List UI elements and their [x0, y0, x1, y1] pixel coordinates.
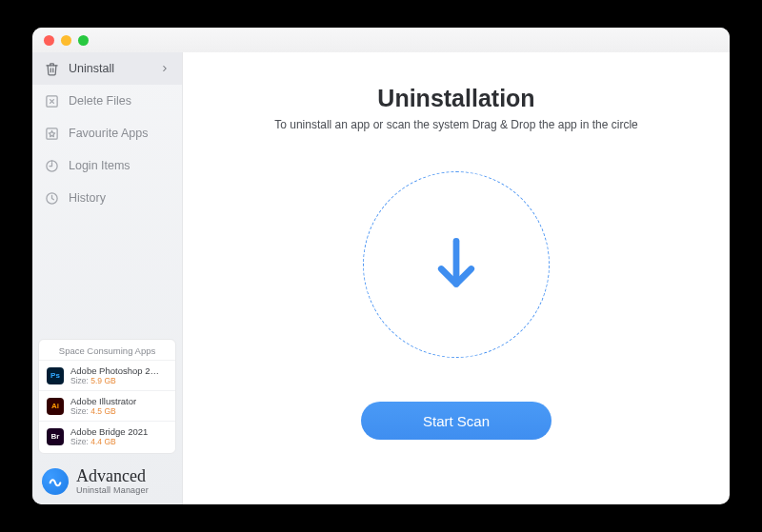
app-name: Adobe Bridge 2021 [70, 426, 148, 437]
app-window: Uninstall Delete Files Favourite Apps [32, 28, 730, 504]
space-card-title: Space Consuming Apps [39, 345, 175, 360]
app-size: Size: 5.9 GB [70, 376, 159, 385]
brand-footer: Advanced Uninstall Manager [32, 460, 182, 504]
sidebar-spacer [32, 214, 182, 333]
sidebar: Uninstall Delete Files Favourite Apps [32, 52, 183, 504]
sidebar-item-label: Favourite Apps [69, 127, 148, 140]
close-window-button[interactable] [44, 35, 54, 46]
app-size: Size: 4.5 GB [70, 406, 136, 416]
app-icon-illustrator: Ai [47, 398, 64, 415]
svg-marker-4 [49, 130, 54, 136]
fullscreen-window-button[interactable] [78, 35, 89, 46]
start-scan-button[interactable]: Start Scan [361, 402, 551, 440]
brand-title: Advanced [76, 467, 149, 484]
svg-rect-3 [46, 128, 56, 138]
space-consuming-apps-card: Space Consuming Apps Ps Adobe Photoshop … [38, 339, 176, 454]
sidebar-item-label: Delete Files [69, 94, 131, 108]
page-title: Uninstallation [377, 85, 534, 112]
trash-icon [44, 61, 59, 76]
space-app-row[interactable]: Br Adobe Bridge 2021 Size: 4.4 GB [39, 421, 175, 451]
sidebar-item-label: History [69, 191, 106, 205]
sidebar-item-label: Login Items [69, 159, 130, 172]
sidebar-item-delete-files[interactable]: Delete Files [32, 85, 182, 117]
login-items-icon [44, 158, 59, 173]
app-name: Adobe Illustrator [70, 396, 136, 406]
app-name: Adobe Photoshop 2… [70, 365, 159, 376]
brand-logo-icon [42, 468, 69, 495]
space-app-row[interactable]: Ai Adobe Illustrator Size: 4.5 GB [39, 390, 175, 421]
titlebar [32, 28, 730, 52]
minimize-window-button[interactable] [61, 35, 71, 46]
sidebar-item-login-items[interactable]: Login Items [32, 149, 182, 182]
arrow-down-icon [431, 234, 482, 295]
sidebar-item-history[interactable]: History [32, 182, 182, 214]
delete-files-icon [44, 93, 59, 108]
app-icon-bridge: Br [47, 428, 64, 445]
chevron-right-icon [159, 63, 170, 74]
app-icon-photoshop: Ps [47, 367, 64, 384]
main-panel: Uninstallation To uninstall an app or sc… [183, 52, 730, 504]
page-subtitle: To uninstall an app or scan the system D… [274, 118, 638, 131]
sidebar-item-label: Uninstall [69, 62, 114, 75]
sidebar-nav: Uninstall Delete Files Favourite Apps [32, 52, 182, 214]
sidebar-item-favourite-apps[interactable]: Favourite Apps [32, 117, 182, 149]
app-size: Size: 4.4 GB [70, 437, 148, 446]
favourite-icon [44, 126, 59, 141]
drop-target-circle[interactable] [363, 171, 550, 358]
space-app-row[interactable]: Ps Adobe Photoshop 2… Size: 5.9 GB [39, 360, 175, 390]
history-icon [44, 190, 59, 206]
window-body: Uninstall Delete Files Favourite Apps [32, 52, 730, 504]
sidebar-item-uninstall[interactable]: Uninstall [32, 52, 182, 85]
brand-subtitle: Uninstall Manager [76, 486, 149, 495]
